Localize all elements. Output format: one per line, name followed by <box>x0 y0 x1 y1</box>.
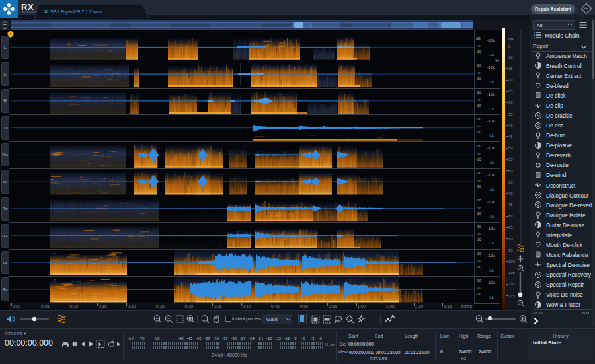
svg-text:SSJ SuperXFi 7.1.2.wav: SSJ SuperXFi 7.1.2.wav <box>50 9 102 15</box>
svg-text:✕: ✕ <box>44 9 48 15</box>
